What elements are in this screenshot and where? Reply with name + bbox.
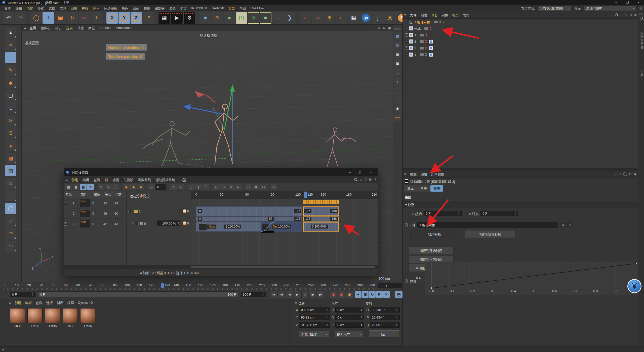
timeline-tool-icon[interactable]: ◆ bbox=[130, 184, 137, 190]
am-menu-模式[interactable]: 模式 bbox=[408, 172, 419, 177]
psr-nodes-icon[interactable]: PSR bbox=[394, 114, 402, 122]
viewport-menu-显示[interactable]: 显示 bbox=[53, 25, 64, 30]
track-layer-icon[interactable] bbox=[183, 209, 186, 213]
track-draw-icon[interactable]: ╱ bbox=[179, 209, 183, 213]
material-menu-创建[interactable]: 创建 bbox=[13, 300, 23, 305]
rotate-tool-icon[interactable]: ↻ bbox=[67, 12, 78, 24]
subdivision-sphere-icon[interactable]: ● bbox=[224, 12, 235, 24]
timeline-tool-icon[interactable]: ⊶ bbox=[246, 184, 252, 190]
delta-end-field[interactable]: 0 F▲▼ bbox=[480, 211, 518, 216]
camera-label[interactable]: 默认摄像机 bbox=[200, 33, 217, 38]
timeline-tool-icon[interactable]: ✎ bbox=[87, 184, 94, 190]
camera-add-icon[interactable]: ◉ bbox=[394, 105, 402, 113]
live-selection-icon[interactable]: ◯ bbox=[30, 12, 42, 24]
timeline-tool-icon[interactable]: ⊷ bbox=[260, 184, 267, 190]
render-to-picture-icon[interactable]: ▶ bbox=[171, 12, 183, 24]
size-mode-select[interactable]: 绝对尺寸▾ bbox=[335, 331, 363, 337]
goto-start-button[interactable]: |◀ bbox=[270, 291, 277, 298]
axis-x-lock-icon[interactable]: X bbox=[106, 12, 118, 24]
material-item-2[interactable]: Ch36 bbox=[45, 308, 61, 328]
col-start[interactable]: 起始 bbox=[94, 192, 105, 197]
timeline-scrollbar[interactable] bbox=[64, 265, 378, 269]
am-history-icon[interactable]: ◉ bbox=[634, 172, 636, 176]
pan-view-icon[interactable]: + bbox=[373, 26, 375, 30]
object-row-T[interactable]: +T bbox=[403, 32, 638, 38]
redo-icon[interactable]: ↷ bbox=[15, 12, 26, 24]
axis-picker-icon[interactable]: ▤ bbox=[560, 223, 565, 227]
timeline-window[interactable]: 时间线窗口 – □ × ≡ 创建编辑查看帧功能关键帧函数曲线运动剪辑系统书签 ◇… bbox=[64, 168, 378, 275]
l-spline-icon[interactable]: L bbox=[5, 102, 16, 113]
record-point-level-toggle[interactable]: ⁙ bbox=[383, 291, 390, 298]
timeline-row-1[interactable]: +1Num09293 bbox=[64, 198, 126, 208]
layer-chip-icon[interactable] bbox=[424, 27, 428, 30]
layer-chip-icon[interactable] bbox=[434, 21, 438, 23]
rot-h-field[interactable]: -10.401 °▲▼ bbox=[370, 307, 400, 313]
layer-solo-icon[interactable] bbox=[187, 222, 189, 225]
timeline-titlebar[interactable]: 时间线窗口 – □ × bbox=[64, 168, 378, 176]
trim-group-header[interactable]: ▾ 修整 bbox=[403, 201, 638, 208]
om-path-icon[interactable]: ◇ bbox=[620, 13, 623, 17]
row-expand-icon[interactable]: + bbox=[64, 212, 67, 215]
viewport-menu-icon[interactable]: ≡ bbox=[24, 26, 26, 30]
dots-grid-icon[interactable]: ⁙ bbox=[5, 178, 16, 189]
viewport-menu-选项[interactable]: 选项 bbox=[64, 25, 75, 30]
record-scale-toggle[interactable]: ▣ bbox=[362, 291, 369, 298]
material-menu-icon[interactable]: ≡ bbox=[9, 300, 11, 305]
am-menu-用户数据[interactable]: 用户数据 bbox=[429, 172, 446, 177]
coord-mode-select[interactable]: 对象 (相对)▾ bbox=[299, 331, 329, 337]
menu-item-动画[interactable]: 动画 bbox=[130, 6, 141, 11]
pos-z-field[interactable]: -31.756 cm▲▼ bbox=[299, 322, 330, 328]
layer-color-icon[interactable] bbox=[183, 222, 186, 225]
viewport-menu-摄像机[interactable]: 摄像机 bbox=[38, 25, 53, 30]
goto-end-button[interactable]: ▶| bbox=[317, 291, 324, 298]
plugin-badge-icon[interactable] bbox=[627, 279, 641, 293]
collapse-icon[interactable]: − bbox=[129, 210, 132, 213]
layer-draw-icon[interactable]: ╱ bbox=[179, 222, 183, 225]
om-menu-文件[interactable]: 文件 bbox=[408, 13, 419, 17]
material-menu-纹理[interactable]: 纹理 bbox=[65, 300, 76, 305]
record-parameter-toggle[interactable]: P bbox=[376, 291, 383, 298]
square-dash-icon[interactable]: ◌ bbox=[5, 215, 16, 227]
timeline-tool-icon[interactable]: ◇ bbox=[148, 184, 155, 190]
material-item-1[interactable]: Ch36 bbox=[27, 308, 43, 328]
rot-b-field[interactable]: 2.385 °▲▼ bbox=[370, 322, 400, 328]
timeline-tool-icon[interactable]: ▦ bbox=[80, 184, 87, 190]
arrow-right-icon[interactable]: → bbox=[394, 86, 402, 95]
menu-item-Redshift[interactable]: Redshift bbox=[210, 6, 226, 10]
tab-基本[interactable]: 基本 bbox=[404, 185, 417, 192]
object-row-3[interactable]: +3 bbox=[403, 38, 638, 45]
om-filter-icon[interactable]: ▽ bbox=[625, 13, 627, 17]
record-rotation-toggle[interactable]: ↻ bbox=[369, 291, 376, 298]
tab-高级[interactable]: 高级 bbox=[430, 185, 443, 192]
visibility-dots-icon[interactable] bbox=[439, 20, 441, 23]
time-limit-radio[interactable] bbox=[405, 279, 408, 283]
clip-track-row[interactable]: − 1 bbox=[129, 209, 141, 213]
axis-y-lock-icon[interactable]: Y bbox=[118, 12, 130, 24]
menu-item-角色[interactable]: 角色 bbox=[119, 6, 130, 11]
cursor-tool-icon[interactable]: ▲ bbox=[5, 27, 16, 38]
expand-icon[interactable]: + bbox=[405, 47, 408, 50]
expand-icon[interactable]: + bbox=[405, 33, 408, 37]
col-image[interactable]: 图片 bbox=[80, 192, 94, 197]
menu-item-创建[interactable]: 创建 bbox=[24, 6, 35, 11]
timeline-menu-关键帧[interactable]: 关键帧 bbox=[121, 177, 136, 182]
visibility-dots-icon[interactable] bbox=[425, 47, 427, 50]
col-length[interactable]: 长度 bbox=[115, 192, 122, 197]
axis-reset-icon[interactable]: ↺ bbox=[567, 223, 572, 227]
coord-menu-icon[interactable]: ≡ bbox=[295, 301, 297, 305]
material-menu-Cycles 4D[interactable]: Cycles 4D bbox=[76, 301, 95, 304]
add-node-icon[interactable]: ⊞ bbox=[394, 50, 402, 58]
dots-grid2-icon[interactable]: ⁙ bbox=[5, 190, 16, 201]
timeline-tool-icon[interactable]: ∿ bbox=[98, 184, 104, 190]
arc1-icon[interactable]: ◠ bbox=[5, 228, 16, 239]
feather-icon[interactable]: ❯ bbox=[284, 12, 296, 24]
motion-clip-tag-icon[interactable] bbox=[429, 40, 433, 43]
panel-splitter[interactable] bbox=[403, 168, 638, 170]
maximize-button[interactable]: ❐ bbox=[622, 0, 633, 5]
playhead-marker[interactable] bbox=[161, 283, 164, 288]
material-menu-编辑[interactable]: 编辑 bbox=[23, 300, 34, 305]
expand-horizontal-icon[interactable]: ↔ bbox=[394, 68, 402, 76]
menu-item-扩展[interactable]: 扩展 bbox=[178, 6, 189, 11]
knife-tool-icon[interactable]: ✎ bbox=[5, 65, 16, 76]
layer-row[interactable]: └ 层 0 bbox=[132, 221, 146, 226]
